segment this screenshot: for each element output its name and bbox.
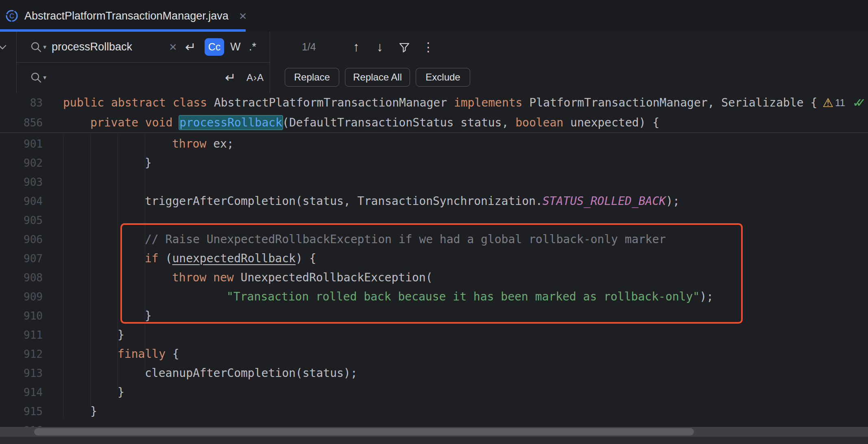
whole-words-toggle[interactable]: W <box>230 32 240 62</box>
search-row: ▾ processRollback × ↵ Cc W .* 1/4 ↑ ↓ ⋮ <box>0 32 868 62</box>
horizontal-scrollbar-thumb[interactable] <box>34 428 694 435</box>
svg-text:C: C <box>9 13 14 20</box>
code-token: finally <box>118 347 172 361</box>
collapse-chevron-icon[interactable] <box>0 32 7 62</box>
code-token: PlatformTransactionManager, Serializable… <box>529 96 817 109</box>
line-number[interactable]: 83 <box>0 97 43 109</box>
preserve-case-icon[interactable]: A›A <box>246 62 264 93</box>
code-text[interactable]: } <box>63 385 124 399</box>
warning-icon[interactable]: ⚠ <box>822 97 833 109</box>
code-token: ex; <box>213 137 234 150</box>
code-text[interactable]: triggerAfterCompletion(status, Transacti… <box>63 194 680 208</box>
clear-search-icon[interactable]: × <box>169 32 177 62</box>
code-token: implements <box>454 96 529 109</box>
replace-button[interactable]: Replace <box>285 68 339 87</box>
line-number[interactable]: 911 <box>0 329 43 341</box>
analysis-ok-icon[interactable]: ✓✓ <box>853 96 866 110</box>
code-line[interactable]: 902} <box>0 153 868 172</box>
sticky-lines: 83public abstract class AbstractPlatform… <box>0 93 868 133</box>
code-token: public abstract class <box>63 96 214 109</box>
code-text[interactable]: public abstract class AbstractPlatformTr… <box>63 96 817 109</box>
code-editor[interactable]: 901throw ex;902}903904triggerAfterComple… <box>0 93 868 444</box>
warning-count: 11 <box>835 97 845 109</box>
code-token: unexpected) { <box>563 116 659 129</box>
line-number[interactable]: 910 <box>0 310 43 322</box>
code-token: triggerAfterCompletion(status, Transacti… <box>145 194 543 208</box>
insert-newline-icon[interactable]: ↵ <box>185 32 196 62</box>
replace-input[interactable] <box>52 66 214 89</box>
code-line[interactable]: 904triggerAfterCompletion(status, Transa… <box>0 192 868 211</box>
match-count: 1/4 <box>302 32 316 62</box>
line-number[interactable]: 914 <box>0 386 43 398</box>
line-number[interactable]: 856 <box>0 117 43 129</box>
code-line[interactable]: 912finally { <box>0 344 868 363</box>
replace-history-icon[interactable] <box>30 62 42 93</box>
code-text[interactable]: } <box>63 156 152 170</box>
code-token: } <box>118 328 124 342</box>
line-number[interactable]: 913 <box>0 367 43 379</box>
line-number[interactable]: 915 <box>0 405 43 418</box>
find-replace-panel: ▾ processRollback × ↵ Cc W .* 1/4 ↑ ↓ ⋮ … <box>0 32 868 93</box>
search-history-chevron-icon[interactable]: ▾ <box>43 32 46 62</box>
code-token: } <box>145 156 152 170</box>
code-line[interactable]: 915} <box>0 402 868 421</box>
code-token: cleanupAfterCompletion(status); <box>145 366 358 380</box>
code-token: boolean <box>515 116 563 129</box>
line-number[interactable]: 905 <box>0 214 43 226</box>
exclude-button[interactable]: Exclude <box>416 68 470 87</box>
filter-icon[interactable] <box>398 32 411 62</box>
code-token: } <box>90 405 97 418</box>
next-match-icon[interactable]: ↓ <box>377 32 383 62</box>
code-text[interactable]: private void processRollback(DefaultTran… <box>63 116 659 129</box>
code-text[interactable]: } <box>63 405 97 418</box>
code-token: } <box>118 385 124 399</box>
tab-title: AbstractPlatformTransactionManager.java <box>24 10 229 22</box>
code-token: AbstractPlatformTransactionManager <box>214 96 454 109</box>
insert-newline-icon[interactable]: ↵ <box>225 62 236 93</box>
line-number[interactable]: 902 <box>0 157 43 169</box>
code-token: STATUS_ROLLED_BACK <box>543 194 666 208</box>
code-line[interactable]: 83public abstract class AbstractPlatform… <box>0 93 868 113</box>
regex-toggle[interactable]: .* <box>249 32 256 62</box>
line-number[interactable]: 903 <box>0 176 43 188</box>
replace-history-chevron-icon[interactable]: ▾ <box>43 62 46 93</box>
code-line[interactable]: 913cleanupAfterCompletion(status); <box>0 363 868 383</box>
code-text[interactable]: cleanupAfterCompletion(status); <box>63 366 358 380</box>
line-number[interactable]: 904 <box>0 195 43 207</box>
previous-match-icon[interactable]: ↑ <box>353 32 360 62</box>
code-token: private void <box>90 116 179 129</box>
replace-row: ▾ ↵ A›A Replace Replace All Exclude <box>0 62 868 93</box>
match-case-toggle[interactable]: Cc <box>205 38 224 56</box>
editor-bottom-strip <box>0 437 868 444</box>
code-line[interactable]: 914} <box>0 383 868 402</box>
line-number[interactable]: 907 <box>0 252 43 265</box>
code-token: ); <box>666 194 680 208</box>
java-class-icon: C <box>5 9 19 23</box>
search-input[interactable]: processRollback <box>52 32 132 62</box>
tab-bar: C AbstractPlatformTransactionManager.jav… <box>0 0 868 32</box>
horizontal-scrollbar-track[interactable] <box>0 427 868 437</box>
code-token: throw <box>172 137 213 150</box>
line-number[interactable]: 906 <box>0 233 43 246</box>
line-number[interactable]: 909 <box>0 291 43 303</box>
code-line[interactable]: 911} <box>0 325 868 344</box>
code-text[interactable]: throw ex; <box>63 137 234 150</box>
more-options-icon[interactable]: ⋮ <box>422 32 434 62</box>
code-line[interactable]: 901throw ex; <box>0 134 868 153</box>
editor-tab[interactable]: C AbstractPlatformTransactionManager.jav… <box>0 0 246 32</box>
code-text[interactable]: finally { <box>63 347 179 361</box>
code-line[interactable]: 903 <box>0 172 868 192</box>
code-token: (DefaultTransactionStatus status, <box>282 116 515 129</box>
search-icon[interactable] <box>30 32 42 62</box>
code-line[interactable]: 856private void processRollback(DefaultT… <box>0 113 868 133</box>
code-token: { <box>172 347 179 361</box>
annotation-highlight-box <box>120 223 743 324</box>
ide-window: C AbstractPlatformTransactionManager.jav… <box>0 0 868 444</box>
line-number[interactable]: 912 <box>0 348 43 360</box>
inspection-widget[interactable]: ⚠ 11 ✓✓ <box>822 93 866 113</box>
tab-close-icon[interactable]: × <box>239 9 247 22</box>
line-number[interactable]: 901 <box>0 138 43 150</box>
line-number[interactable]: 908 <box>0 272 43 284</box>
replace-all-button[interactable]: Replace All <box>345 68 410 87</box>
code-text[interactable]: } <box>63 328 124 342</box>
